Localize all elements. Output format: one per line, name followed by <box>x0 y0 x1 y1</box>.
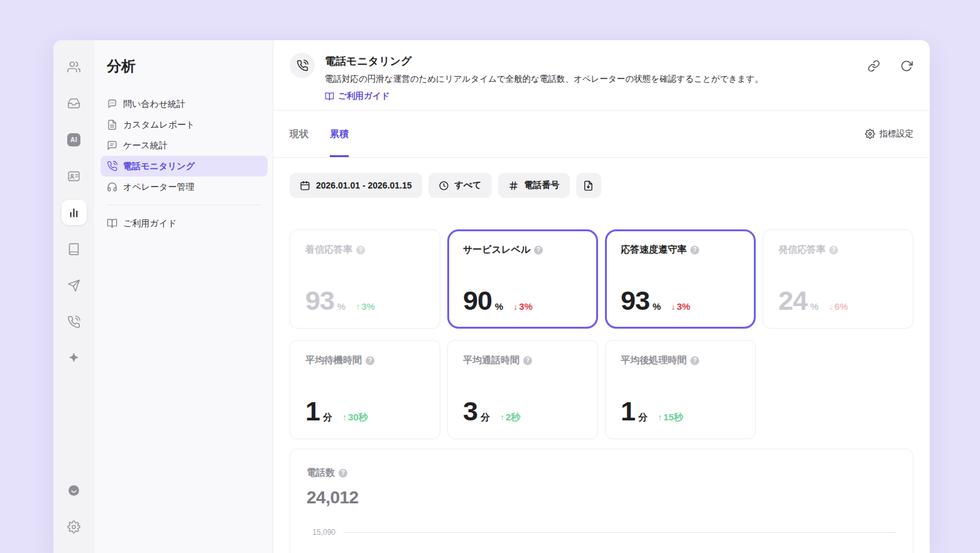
gridline <box>343 532 896 533</box>
metric-card-outbound-answer-rate[interactable]: 発信応答率 24 % ↓6% <box>763 229 913 329</box>
sidebar-item-operator-management[interactable]: オペレーター管理 <box>101 177 268 197</box>
rail-item-contacts[interactable] <box>62 163 87 189</box>
rail-item-knowledge[interactable] <box>62 236 87 261</box>
sidebar-item-inquiry-stats[interactable]: 問い合わせ統計 <box>101 94 268 114</box>
scope-value: すべて <box>455 180 482 191</box>
phone-icon <box>67 315 80 329</box>
tab-cumulative[interactable]: 累積 <box>330 111 349 157</box>
metric-value-row: 1 分 ↑15秒 <box>621 398 740 425</box>
metric-delta: ↓3% <box>513 301 533 312</box>
help-icon <box>356 246 365 255</box>
sidebar-item-label: 電話モニタリング <box>123 161 195 172</box>
content-area: 2026.01.01 - 2026.01.15 すべて 電話番号 <box>273 158 930 553</box>
metric-value: 24 <box>778 287 807 314</box>
metric-unit: 分 <box>481 412 490 424</box>
metric-delta-value: 3% <box>677 301 690 312</box>
rail-item-marketing[interactable] <box>62 273 87 298</box>
metric-title: サービスレベル <box>463 244 530 256</box>
rail-item-inbox[interactable] <box>62 90 87 116</box>
metric-settings-button[interactable]: 指標設定 <box>865 111 913 157</box>
message-lines-icon <box>107 140 117 151</box>
rail-item-messenger[interactable] <box>62 478 87 503</box>
metric-delta: ↑3% <box>356 301 375 312</box>
tab-current-status[interactable]: 現状 <box>290 111 308 157</box>
metric-settings-label: 指標設定 <box>879 128 913 140</box>
metric-card-average-after-call-work-time[interactable]: 平均後処理時間 1 分 ↑15秒 <box>605 340 756 439</box>
help-icon <box>534 246 543 255</box>
metric-card-average-call-time[interactable]: 平均通話時間 3 分 ↑2秒 <box>447 340 598 439</box>
icon-rail: AI <box>53 40 94 553</box>
sidebar-item-phone-monitoring[interactable]: 電話モニタリング <box>101 156 268 177</box>
sidebar-item-user-guide[interactable]: ご利用ガイド <box>101 213 268 234</box>
sidebar-divider <box>107 205 261 205</box>
metric-card-service-level[interactable]: サービスレベル 90 % ↓3% <box>447 229 598 329</box>
metric-unit: 分 <box>638 412 648 424</box>
arrow-up-icon: ↑ <box>342 412 347 422</box>
metric-card-response-speed-compliance[interactable]: 応答速度遵守率 93 % ↓3% <box>605 229 756 329</box>
rail-item-automation[interactable] <box>62 346 87 371</box>
export-icon <box>583 180 594 191</box>
help-icon <box>690 356 699 365</box>
sidebar-item-case-stats[interactable]: ケース統計 <box>101 135 268 156</box>
sidebar-item-custom-report[interactable]: カスタムレポート <box>101 114 268 135</box>
message-dots-icon <box>107 99 117 109</box>
calendar-icon <box>300 180 310 191</box>
metric-title: 平均通話時間 <box>463 354 520 366</box>
metric-value: 93 <box>621 287 650 314</box>
chart-axis-row: 15,090 <box>307 528 896 537</box>
date-range-filter[interactable]: 2026.01.01 - 2026.01.15 <box>290 173 422 198</box>
scope-filter[interactable]: すべて <box>428 173 492 198</box>
header-text-block: 電話モニタリング 電話対応の円滑な運営のためにリアルタイムで全般的な電話数、オペ… <box>325 53 763 110</box>
file-text-icon <box>107 119 117 130</box>
metric-title: 着信応答率 <box>305 244 352 256</box>
rail-item-users[interactable] <box>62 54 87 79</box>
guide-link[interactable]: ご利用ガイド <box>325 90 389 102</box>
metric-title-row: 応答速度遵守率 <box>621 244 740 256</box>
metric-title-row: サービスレベル <box>463 244 582 256</box>
book-open-icon <box>325 92 334 101</box>
rail-item-settings[interactable] <box>62 514 87 539</box>
sidebar-item-label: ケース統計 <box>123 140 168 151</box>
metric-unit: % <box>653 301 661 312</box>
refresh-button[interactable] <box>900 59 913 73</box>
phone-icon <box>297 60 308 72</box>
export-button[interactable] <box>576 173 601 198</box>
metric-title-row: 平均待機時間 <box>305 354 425 366</box>
app-window: AI 分析 <box>53 40 930 553</box>
metric-value-row: 24 % ↓6% <box>778 287 898 314</box>
metric-delta-value: 3% <box>361 301 375 312</box>
metric-delta: ↑15秒 <box>658 412 683 424</box>
chart-title-row: 電話数 <box>307 467 896 479</box>
chart-total-value: 24,012 <box>307 488 896 508</box>
date-range-value: 2026.01.01 - 2026.01.15 <box>316 180 412 190</box>
page-header: 電話モニタリング 電話対応の円滑な運営のためにリアルタイムで全般的な電話数、オペ… <box>273 40 930 111</box>
phone-icon <box>107 161 117 172</box>
metric-title-row: 発信応答率 <box>778 244 898 256</box>
phone-number-filter[interactable]: 電話番号 <box>498 173 570 198</box>
rail-item-phone[interactable] <box>62 309 87 334</box>
metric-delta-value: 2秒 <box>506 412 520 424</box>
arrow-up-icon: ↑ <box>658 412 662 422</box>
page-description: 電話対応の円滑な運営のためにリアルタイムで全般的な電話数、オペレーターの状態を確… <box>325 74 763 85</box>
metric-card-inbound-answer-rate[interactable]: 着信応答率 93 % ↑3% <box>290 229 440 329</box>
metric-delta-value: 6% <box>834 301 848 312</box>
page-icon-circle <box>290 53 315 78</box>
sidebar-item-label: オペレーター管理 <box>123 182 194 193</box>
metric-card-average-wait-time[interactable]: 平均待機時間 1 分 ↑30秒 <box>290 340 440 439</box>
metric-value-row: 3 分 ↑2秒 <box>463 398 582 425</box>
chart-title: 電話数 <box>307 467 335 479</box>
metric-title-row: 平均後処理時間 <box>621 354 740 366</box>
tab-label: 現状 <box>290 128 308 140</box>
main-panel: 電話モニタリング 電話対応の円滑な運営のためにリアルタイムで全般的な電話数、オペ… <box>273 40 930 553</box>
metric-title: 平均待機時間 <box>305 354 362 366</box>
metric-value-row: 1 分 ↑30秒 <box>305 398 425 425</box>
contact-card-icon <box>67 170 80 183</box>
rail-item-ai[interactable]: AI <box>62 127 87 152</box>
help-icon <box>339 469 347 478</box>
rail-item-analytics[interactable] <box>62 200 87 225</box>
metric-value: 1 <box>305 398 320 425</box>
copy-link-button[interactable] <box>867 59 881 73</box>
users-icon <box>67 60 80 74</box>
sidebar-title: 分析 <box>107 57 268 76</box>
refresh-icon <box>900 60 913 72</box>
